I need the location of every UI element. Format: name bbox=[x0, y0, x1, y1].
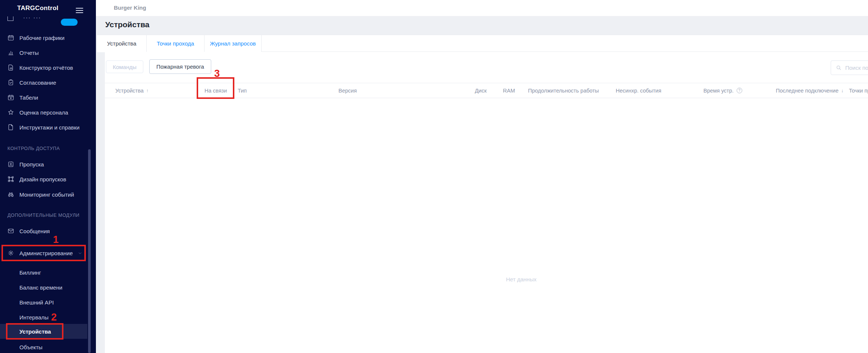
sidebar-item-label: Рабочие графики bbox=[19, 35, 65, 41]
sidebar-item-clipped[interactable]: ··· ··· bbox=[0, 16, 87, 29]
sidebar-item-label: Согласование bbox=[19, 79, 56, 86]
idcard-icon bbox=[7, 161, 14, 168]
mail-icon bbox=[7, 228, 14, 234]
table-header-row: Устройства↑На связиТипВерсияДискRAMПродо… bbox=[105, 83, 868, 98]
column-label: Последнее подключение bbox=[776, 88, 839, 94]
column-header-type: Тип bbox=[231, 83, 332, 98]
breadcrumb: Burger King bbox=[114, 4, 146, 11]
design-icon bbox=[7, 176, 14, 182]
file-icon bbox=[7, 124, 14, 131]
sidebar-item-label: Конструктор отчётов bbox=[19, 65, 73, 71]
tab-bar: УстройстваТочки проходаЖурнал запросов bbox=[97, 35, 868, 52]
sidebar-item-label: Внешний API bbox=[19, 299, 54, 306]
sidebar-item-timesheets[interactable]: Табели bbox=[0, 90, 87, 105]
sidebar-item-approval[interactable]: Согласование bbox=[0, 75, 87, 90]
gear-icon bbox=[7, 250, 14, 256]
tab-devices[interactable]: Устройства bbox=[97, 35, 147, 52]
sidebar-item-label: Интервалы bbox=[19, 314, 49, 321]
approve-icon bbox=[7, 79, 14, 86]
sidebar-item-label: Табели bbox=[19, 94, 38, 101]
column-header-version: Версия bbox=[332, 83, 432, 98]
top-bar: Burger King bbox=[96, 0, 868, 16]
sidebar-section-extra-modules: ДОПОЛНИТЕЛЬНЫЕ МОДУЛИ bbox=[7, 208, 87, 223]
commands-button[interactable]: Команды bbox=[106, 60, 143, 73]
menu-toggle-icon[interactable] bbox=[76, 8, 83, 13]
app-window: TARGControl ··· ··· Рабочие графикиОтчет… bbox=[0, 0, 868, 353]
star-icon bbox=[7, 109, 14, 116]
column-label: Время устр. bbox=[703, 88, 734, 94]
sidebar-item-label: Инструктажи и справки bbox=[19, 124, 79, 131]
column-label: Версия bbox=[338, 88, 357, 94]
column-header-disk: Диск bbox=[432, 83, 490, 98]
sidebar-item-label: Отчеты bbox=[19, 50, 39, 56]
report-icon bbox=[7, 64, 14, 71]
column-header-device-time: Время устр.? bbox=[693, 83, 768, 98]
column-header-online: На связи bbox=[197, 83, 231, 98]
sidebar-item-external-api[interactable]: Внешний API bbox=[0, 295, 87, 310]
column-header-uptime: Продолжительность работы bbox=[519, 83, 606, 98]
sidebar-scrollbar-thumb[interactable] bbox=[88, 149, 91, 353]
new-badge bbox=[61, 19, 78, 26]
calendar-icon bbox=[7, 34, 14, 41]
tab-bar-filler bbox=[262, 35, 868, 52]
app-logo: TARGControl bbox=[17, 4, 59, 12]
sidebar-item-billing[interactable]: Биллинг bbox=[0, 265, 87, 280]
sidebar-item-report-builder[interactable]: Конструктор отчётов bbox=[0, 60, 87, 75]
sidebar-item-label: Оценка персонала bbox=[19, 109, 68, 116]
tab-request-log[interactable]: Журнал запросов bbox=[204, 35, 262, 52]
sidebar-item-label: Баланс времени bbox=[19, 284, 62, 291]
column-label: Точки прохода bbox=[849, 88, 868, 94]
sort-ascending-icon: ↑ bbox=[146, 88, 149, 93]
sidebar-item-pass-design[interactable]: Дизайн пропусков bbox=[0, 172, 87, 187]
search-icon bbox=[836, 65, 842, 71]
search-input[interactable] bbox=[844, 64, 868, 71]
help-circle-icon[interactable]: ? bbox=[737, 88, 742, 93]
sidebar-item-work-schedules[interactable]: Рабочие графики bbox=[0, 30, 87, 45]
sidebar-item-label: Устройства bbox=[19, 328, 51, 335]
sidebar-item-label: Мониторинг событий bbox=[19, 191, 74, 198]
search-box bbox=[831, 60, 868, 75]
clipped-icon bbox=[7, 16, 13, 21]
sidebar-item-administration[interactable]: Администрирование bbox=[0, 246, 87, 260]
column-label: Устройства bbox=[115, 88, 144, 94]
column-header-devices[interactable]: Устройства↑ bbox=[105, 83, 197, 98]
sidebar-item-devices[interactable]: Устройства bbox=[0, 324, 87, 339]
column-label: RAM bbox=[503, 88, 515, 94]
fire-alarm-button[interactable]: Пожарная тревога bbox=[149, 59, 211, 74]
sidebar-item-briefings[interactable]: Инструктажи и справки bbox=[0, 120, 87, 135]
column-header-ram: RAM bbox=[490, 83, 519, 98]
sidebar-item-intervals[interactable]: Интервалы bbox=[0, 310, 87, 325]
tab-access-points[interactable]: Точки прохода bbox=[147, 35, 204, 52]
sidebar-item-time-balance[interactable]: Баланс времени bbox=[0, 280, 87, 295]
chevron-down-icon bbox=[78, 251, 82, 255]
column-label: Продолжительность работы bbox=[528, 88, 599, 94]
sidebar-item-passes[interactable]: Пропуска bbox=[0, 157, 87, 172]
sidebar-item-label: Пропуска bbox=[19, 161, 44, 168]
column-header-unsync-events: Несинхр. события bbox=[606, 83, 693, 98]
column-header-last-connection[interactable]: Последнее подключение↓ bbox=[768, 83, 840, 98]
sidebar-item-objects[interactable]: Объекты bbox=[0, 340, 87, 353]
chart-icon bbox=[7, 49, 14, 56]
sidebar-item-reports[interactable]: Отчеты bbox=[0, 45, 87, 60]
sidebar-item-label: Дизайн пропусков bbox=[19, 176, 66, 182]
sidebar-item-label: Биллинг bbox=[19, 269, 41, 276]
sidebar-item-event-monitoring[interactable]: Мониторинг событий bbox=[0, 187, 87, 202]
sidebar-section-access-control: КОНТРОЛЬ ДОСТУПА bbox=[7, 141, 87, 156]
clipped-label: ··· ··· bbox=[23, 14, 41, 21]
timesheet-icon bbox=[7, 94, 14, 101]
sidebar: TARGControl ··· ··· Рабочие графикиОтчет… bbox=[0, 0, 96, 353]
column-label: Несинхр. события bbox=[616, 88, 661, 94]
column-header-access-points: Точки прохода bbox=[840, 83, 868, 98]
page-title: Устройства bbox=[105, 20, 150, 29]
sidebar-item-label: Объекты bbox=[19, 344, 43, 350]
binoculars-icon bbox=[7, 191, 14, 198]
column-label: На связи bbox=[204, 88, 227, 94]
column-label: Диск bbox=[475, 88, 487, 94]
sidebar-item-staff-assessment[interactable]: Оценка персонала bbox=[0, 105, 87, 120]
sidebar-item-messages[interactable]: Сообщения bbox=[0, 224, 87, 238]
empty-state-text: Нет данных bbox=[506, 276, 537, 282]
column-label: Тип bbox=[238, 88, 247, 94]
sidebar-item-label: Сообщения bbox=[19, 228, 50, 234]
sidebar-item-label: Администрирование bbox=[19, 250, 73, 256]
